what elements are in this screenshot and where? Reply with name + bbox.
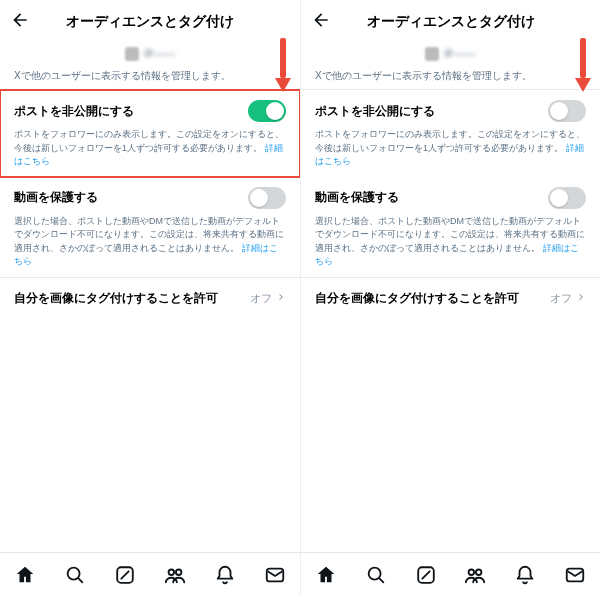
- photo-tagging-title: 自分を画像にタグ付けすることを許可: [315, 290, 519, 307]
- section-protect-video: 動画を保護する 選択した場合、ポストした動画やDMで送信した動画がデフォルトでダ…: [301, 177, 600, 277]
- bottom-nav: [0, 552, 300, 596]
- nav-compose[interactable]: [113, 563, 137, 587]
- section-protect-posts: ポストを非公開にする ポストをフォロワーにのみ表示します。この設定をオンにすると…: [301, 90, 600, 177]
- protect-posts-desc: ポストをフォロワーにのみ表示します。この設定をオンにすると、今後は新しいフォロワ…: [14, 128, 286, 169]
- photo-tagging-value: オフ: [550, 291, 572, 306]
- nav-notifications[interactable]: [513, 563, 537, 587]
- home-icon: [14, 564, 36, 586]
- photo-tagging-value: オフ: [250, 291, 272, 306]
- search-icon: [64, 564, 86, 586]
- mail-icon: [264, 564, 286, 586]
- section-protect-video: 動画を保護する 選択した場合、ポストした動画やDMで送信した動画がデフォルトでダ…: [0, 177, 300, 277]
- section-protect-posts: ポストを非公開にする ポストをフォロワーにのみ表示します。この設定をオンにすると…: [0, 90, 300, 177]
- protect-posts-title: ポストを非公開にする: [315, 103, 435, 120]
- protect-video-toggle[interactable]: [548, 187, 586, 209]
- page-title: オーディエンスとタグ付け: [66, 13, 234, 31]
- section-photo-tagging[interactable]: 自分を画像にタグ付けすることを許可 オフ: [301, 278, 600, 319]
- page-desc: Xで他のユーザーに表示する情報を管理します。: [0, 61, 300, 89]
- chevron-right-icon: [276, 292, 286, 304]
- communities-icon: [164, 564, 186, 586]
- header: オーディエンスとタグ付け: [0, 0, 300, 44]
- nav-notifications[interactable]: [213, 563, 237, 587]
- photo-tagging-title: 自分を画像にタグ付けすることを許可: [14, 290, 218, 307]
- bottom-nav: [301, 552, 600, 596]
- protect-posts-toggle[interactable]: [548, 100, 586, 122]
- protect-video-desc: 選択した場合、ポストした動画やDMで送信した動画がデフォルトでダウンロード不可に…: [14, 215, 286, 269]
- nav-compose[interactable]: [414, 563, 438, 587]
- nav-home[interactable]: [314, 563, 338, 587]
- subtitle-row: ＠——: [301, 46, 600, 61]
- protect-video-desc: 選択した場合、ポストした動画やDMで送信した動画がデフォルトでダウンロード不可に…: [315, 215, 586, 269]
- svg-point-2: [169, 569, 175, 575]
- header-username: ＠——: [143, 46, 176, 61]
- compose-icon: [415, 564, 437, 586]
- bell-icon: [514, 564, 536, 586]
- page-title: オーディエンスとタグ付け: [367, 13, 535, 31]
- home-icon: [315, 564, 337, 586]
- mail-icon: [564, 564, 586, 586]
- arrow-left-icon: [10, 10, 30, 30]
- protect-posts-title: ポストを非公開にする: [14, 103, 134, 120]
- protect-posts-toggle[interactable]: [248, 100, 286, 122]
- pane-left: オーディエンスとタグ付け ＠—— Xで他のユーザーに表示する情報を管理します。 …: [0, 0, 300, 596]
- nav-communities[interactable]: [463, 563, 487, 587]
- nav-communities[interactable]: [163, 563, 187, 587]
- nav-home[interactable]: [13, 563, 37, 587]
- protect-video-toggle[interactable]: [248, 187, 286, 209]
- header: オーディエンスとタグ付け: [301, 0, 600, 44]
- arrow-left-icon: [311, 10, 331, 30]
- back-button[interactable]: [311, 10, 331, 34]
- avatar-icon: [425, 47, 439, 61]
- nav-search[interactable]: [63, 563, 87, 587]
- pane-right: オーディエンスとタグ付け ＠—— Xで他のユーザーに表示する情報を管理します。 …: [300, 0, 600, 596]
- protect-posts-desc: ポストをフォロワーにのみ表示します。この設定をオンにすると、今後は新しいフォロワ…: [315, 128, 586, 169]
- svg-point-3: [176, 569, 182, 575]
- nav-messages[interactable]: [263, 563, 287, 587]
- avatar-icon: [125, 47, 139, 61]
- section-photo-tagging[interactable]: 自分を画像にタグ付けすることを許可 オフ: [0, 278, 300, 319]
- nav-search[interactable]: [364, 563, 388, 587]
- nav-messages[interactable]: [563, 563, 587, 587]
- svg-point-8: [476, 569, 482, 575]
- back-button[interactable]: [10, 10, 30, 34]
- protect-video-title: 動画を保護する: [315, 189, 399, 206]
- chevron-right-icon: [576, 292, 586, 304]
- compose-icon: [114, 564, 136, 586]
- communities-icon: [464, 564, 486, 586]
- svg-point-7: [469, 569, 475, 575]
- subtitle-row: ＠——: [0, 46, 300, 61]
- header-username: ＠——: [443, 46, 476, 61]
- bell-icon: [214, 564, 236, 586]
- page-desc: Xで他のユーザーに表示する情報を管理します。: [301, 61, 600, 89]
- protect-video-title: 動画を保護する: [14, 189, 98, 206]
- search-icon: [365, 564, 387, 586]
